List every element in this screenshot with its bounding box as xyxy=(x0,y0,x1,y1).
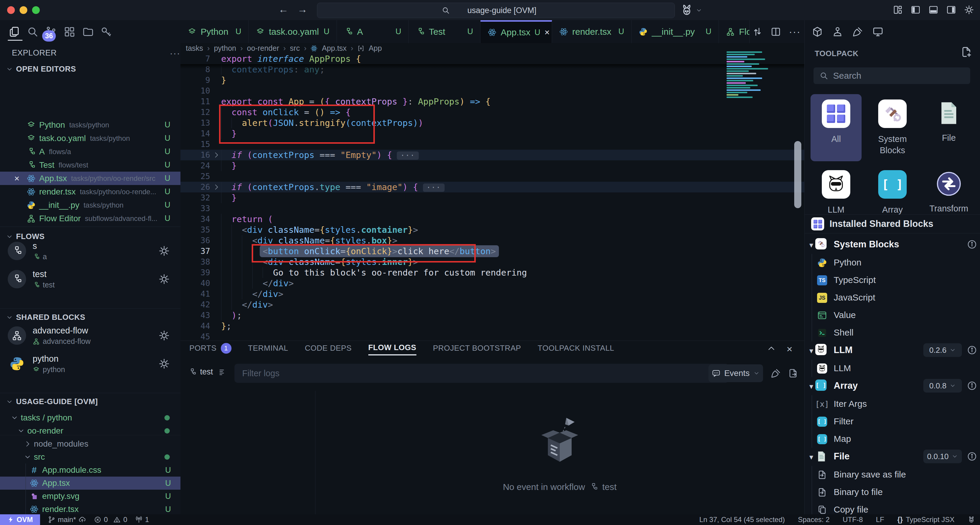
block-section-system-blocks[interactable]: ▾System Blocks xyxy=(805,236,980,253)
status-utf-8[interactable]: UTF-8 xyxy=(843,515,863,524)
close-icon[interactable]: × xyxy=(14,174,19,184)
code-line-43[interactable]: 43); xyxy=(180,310,804,321)
folded-code-badge[interactable]: ··· xyxy=(397,152,418,160)
open-editors-header[interactable]: OPEN EDITORS xyxy=(0,64,181,73)
version-dropdown[interactable]: 0.0.10 xyxy=(923,450,962,463)
folded-code-badge[interactable]: ··· xyxy=(423,184,445,192)
explorer-files-icon[interactable] xyxy=(8,26,20,38)
layout-grid-icon[interactable] xyxy=(893,5,903,15)
flow-selector[interactable]: test xyxy=(188,367,227,377)
tab-app-tsx[interactable]: App.tsxU× xyxy=(480,20,552,43)
chevron-down-icon[interactable]: ▾ xyxy=(809,453,813,462)
code-line-42[interactable]: 42</div> xyxy=(180,299,804,310)
toolpack-card-system-blocks[interactable]: System Blocks xyxy=(867,94,918,156)
panel-tab-terminal[interactable]: TERMINAL xyxy=(248,341,288,356)
minimize-window-button[interactable] xyxy=(19,6,27,14)
open-editor-init-py[interactable]: __init__.pytasks/pythonU xyxy=(0,198,180,212)
tree-item-src[interactable]: src xyxy=(0,450,180,464)
package-icon[interactable] xyxy=(832,26,843,37)
code-line-24[interactable]: 24} xyxy=(180,160,804,171)
open-editor-render-tsx[interactable]: render.tsxtasks/python/oo-rende...U xyxy=(0,185,180,198)
chevron-down-icon[interactable]: ▾ xyxy=(809,346,813,356)
chevron-down-icon[interactable]: ▾ xyxy=(809,241,813,250)
export-logs-icon[interactable] xyxy=(788,368,799,378)
breadcrumb-item[interactable]: App.tsx xyxy=(322,44,346,53)
status-spaces-2[interactable]: Spaces: 2 xyxy=(798,515,830,524)
toolpack-card-all[interactable]: All xyxy=(811,94,862,161)
toolpack-search-field[interactable] xyxy=(813,67,970,84)
gear-icon[interactable] xyxy=(159,330,170,341)
tree-item-empty-svg[interactable]: empty.svgU xyxy=(0,490,180,503)
toolpack-card-file[interactable]: File xyxy=(923,94,974,144)
workspace-search-input[interactable] xyxy=(453,6,550,16)
blocks-icon[interactable] xyxy=(64,26,75,38)
status-ln-37-col-54-45-selected[interactable]: Ln 37, Col 54 (45 selected) xyxy=(699,515,785,524)
breadcrumb-item[interactable]: oo-render xyxy=(247,44,279,53)
code-line-44[interactable]: 44}; xyxy=(180,321,804,331)
bunny-icon[interactable] xyxy=(967,516,975,523)
open-editor-test[interactable]: Testflows/testU xyxy=(0,158,180,172)
code-line-7[interactable]: 7export interface AppProps { xyxy=(180,53,804,64)
block-section-array[interactable]: ▾[ ]Array0.0.8 xyxy=(805,377,980,395)
workspace-header[interactable]: USAGE-GUIDE [OVM] xyxy=(0,397,181,406)
panel-right-icon[interactable] xyxy=(946,5,956,15)
panel-tab-code-deps[interactable]: CODE DEPS xyxy=(305,341,352,356)
tab-test[interactable]: TestU xyxy=(409,20,480,43)
code-line-39[interactable]: 39Go to this block's oo-render for custo… xyxy=(180,267,804,278)
more-actions-icon[interactable]: ··· xyxy=(789,26,801,37)
version-dropdown[interactable]: 0.2.6 xyxy=(923,343,962,357)
info-icon[interactable] xyxy=(967,380,977,391)
info-icon[interactable] xyxy=(967,239,977,250)
block-item-binary-save-as-file[interactable]: Binary save as file xyxy=(805,466,980,484)
panel-collapse-icon[interactable] xyxy=(766,343,776,353)
breadcrumb-item[interactable]: src xyxy=(290,44,300,53)
tree-item-tasks-python[interactable]: tasks / python xyxy=(0,411,180,424)
block-item-value[interactable]: Value xyxy=(805,306,980,324)
code-line-41[interactable]: 41</div> xyxy=(180,289,804,299)
git-branch-status[interactable]: main* xyxy=(48,515,86,524)
open-editor-flow-editor[interactable]: Flow Editorsubflows/advanced-fl...U xyxy=(0,212,180,225)
block-item-iter-args[interactable]: [x]Iter Args xyxy=(805,395,980,413)
block-item-shell[interactable]: Shell xyxy=(805,324,980,341)
filter-logs-field[interactable] xyxy=(234,364,729,383)
block-item-javascript[interactable]: JSJavaScript xyxy=(805,289,980,306)
settings-gear-icon[interactable] xyxy=(964,5,974,15)
key-icon[interactable] xyxy=(100,26,112,38)
tree-item-app-module-css[interactable]: #App.module.cssU xyxy=(0,464,180,477)
panel-left-icon[interactable] xyxy=(910,5,921,15)
editor-scrollbar[interactable] xyxy=(794,141,801,208)
maximize-window-button[interactable] xyxy=(32,6,40,14)
workspace-search[interactable] xyxy=(317,3,675,18)
clear-logs-broom-icon[interactable] xyxy=(770,368,781,378)
new-toolpack-icon[interactable] xyxy=(961,46,972,58)
breadcrumb-item[interactable]: tasks xyxy=(186,44,203,53)
gear-icon[interactable] xyxy=(159,245,170,257)
back-icon[interactable]: ← xyxy=(278,3,288,15)
breadcrumb-item[interactable]: App xyxy=(369,44,382,53)
block-item-map[interactable]: [ ]Map xyxy=(805,430,980,448)
info-icon[interactable] xyxy=(967,451,977,462)
gear-icon[interactable] xyxy=(159,273,170,285)
ports-status[interactable]: 1 xyxy=(135,515,149,524)
ovm-status-badge[interactable]: OVM xyxy=(0,514,40,525)
code-line-16[interactable]: 16if (contextProps === "Empty") {··· xyxy=(180,150,804,160)
forward-icon[interactable]: → xyxy=(298,3,307,15)
chevron-down-icon[interactable] xyxy=(696,7,702,14)
status-typescript-jsx[interactable]: {}TypeScript JSX xyxy=(897,515,955,524)
gear-icon[interactable] xyxy=(159,358,170,369)
info-icon[interactable] xyxy=(967,345,977,356)
status-icon[interactable] xyxy=(967,516,975,523)
shared-block-item-advanced-flow[interactable]: advanced-flowadvanced-flow xyxy=(0,322,180,349)
status-lf[interactable]: LF xyxy=(876,515,884,524)
chevron-down-icon[interactable]: ▾ xyxy=(809,382,813,391)
open-editor-task-oo-yaml[interactable]: task.oo.yamltasks/pythonU xyxy=(0,132,180,145)
sync-arrows-icon[interactable] xyxy=(752,26,763,37)
toolpack-card-transform[interactable]: Transform xyxy=(923,165,974,214)
monitor-icon[interactable] xyxy=(872,26,883,37)
open-editor-python[interactable]: Pythontasks/pythonU xyxy=(0,118,180,132)
tab-task-oo-yaml[interactable]: task.oo.yamlU xyxy=(249,20,337,43)
block-item-python[interactable]: Python xyxy=(805,254,980,271)
tab-flow[interactable]: Flow xyxy=(719,20,750,43)
panel-tab-ports[interactable]: PORTS1 xyxy=(189,341,232,356)
code-line-40[interactable]: 40</div> xyxy=(180,278,804,289)
